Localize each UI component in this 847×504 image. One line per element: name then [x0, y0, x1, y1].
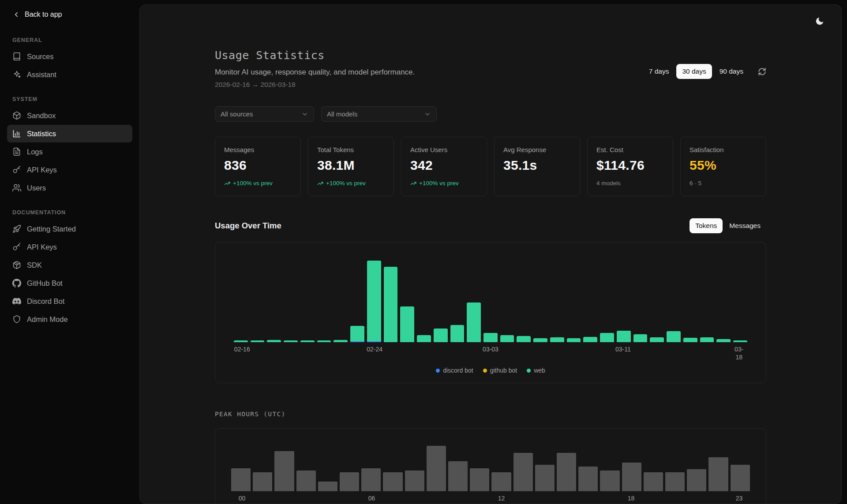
bar-03-08: [567, 338, 581, 342]
bar-14: [535, 465, 555, 491]
sidebar-item-statistics[interactable]: Statistics: [7, 125, 132, 142]
shield-icon: [12, 315, 21, 324]
bar-segment: [383, 472, 402, 491]
bar-segment: [417, 335, 431, 342]
range-30-days-button[interactable]: 30 days: [676, 64, 712, 79]
sandbox-icon: [12, 111, 21, 120]
bar-segment: [687, 469, 706, 491]
date-range: 2026-02-16 → 2026-03-18: [215, 81, 415, 89]
bar-02-24: [367, 261, 381, 342]
stat-label: Avg Response: [503, 146, 571, 153]
bar-20: [665, 472, 685, 491]
bar-segment: [550, 337, 564, 342]
bar-segment: [700, 337, 714, 342]
bar-segment: [683, 338, 697, 342]
bar-segment: [317, 340, 331, 342]
bar-segment: [533, 338, 547, 342]
section-label-general: GENERAL: [7, 37, 132, 43]
stat-label: Active Users: [410, 146, 478, 153]
stat-value: 38.1M: [317, 158, 385, 173]
chevron-down-icon: [301, 111, 308, 118]
stat-value: 35.1s: [503, 158, 571, 173]
bar-03-11: [617, 331, 631, 342]
bar-03-01: [450, 325, 465, 342]
bar-segment: [434, 329, 448, 342]
refresh-button[interactable]: [758, 67, 766, 76]
sources-icon: [12, 52, 21, 61]
sidebar-item-github-bot[interactable]: GitHub Bot: [7, 274, 132, 292]
sidebar-item-label: API Keys: [27, 166, 57, 174]
bar-03-05: [517, 336, 531, 342]
sidebar-item-assistant[interactable]: Assistant: [7, 66, 132, 83]
bar-12: [491, 472, 511, 491]
metric-toggle: Tokens Messages: [690, 218, 766, 233]
models-filter-select[interactable]: All models: [321, 106, 437, 122]
bar-05: [340, 472, 359, 491]
bar-segment: [300, 340, 315, 342]
sidebar-item-getting-started[interactable]: Getting Started: [7, 220, 132, 238]
bar-segment: [367, 261, 381, 341]
bar-02-18: [267, 340, 281, 342]
bar-01: [253, 472, 272, 491]
toggle-messages-button[interactable]: Messages: [723, 218, 766, 233]
sidebar-item-discord-bot[interactable]: Discord Bot: [7, 292, 132, 310]
stat-label: Total Tokens: [317, 146, 385, 153]
bar-segment: [491, 472, 511, 491]
legend-dot: [483, 369, 487, 373]
stat-value: 55%: [690, 158, 757, 173]
sidebar-item-sources[interactable]: Sources: [7, 48, 132, 65]
bar-segment: [400, 306, 414, 342]
bar-segment: [600, 333, 614, 342]
x-axis-tick: 03-11: [615, 346, 631, 354]
chevron-left-icon: [12, 11, 20, 19]
section-label-system: SYSTEM: [7, 96, 132, 102]
sidebar-item-label: Statistics: [27, 130, 56, 138]
sidebar-item-admin-mode[interactable]: Admin Mode: [7, 310, 132, 328]
sidebar-item-sdk[interactable]: SDK: [7, 256, 132, 274]
x-axis-tick: 02-24: [367, 346, 382, 354]
back-to-app-button[interactable]: Back to app: [7, 4, 132, 25]
peak-hours-chart: 0006121823: [215, 428, 766, 504]
statistics-icon: [12, 129, 21, 138]
sidebar-item-doc-api-keys[interactable]: API Keys: [7, 238, 132, 256]
filters-row: All sources All models: [215, 106, 766, 122]
bar-segment: [665, 472, 685, 491]
key-icon: [12, 165, 21, 174]
bar-segment: [284, 340, 298, 342]
bar-03-12: [633, 334, 648, 343]
range-7-days-button[interactable]: 7 days: [643, 64, 675, 79]
usage-section-title: Usage Over Time: [215, 221, 281, 231]
github-icon: [12, 279, 21, 287]
sidebar-item-logs[interactable]: Logs: [7, 143, 132, 161]
bar-segment: [716, 339, 731, 342]
bar-segment: [667, 331, 681, 342]
stat-label: Satisfaction: [690, 146, 757, 153]
sidebar-item-users[interactable]: Users: [7, 179, 132, 197]
bar-segment: [384, 267, 398, 342]
bar-segment: [274, 451, 294, 491]
sidebar-item-label: API Keys: [27, 243, 57, 251]
sidebar-item-label: Sources: [27, 52, 54, 61]
sidebar-item-sandbox[interactable]: Sandbox: [7, 107, 132, 124]
page-title: Usage Statistics: [215, 49, 415, 62]
theme-toggle-button[interactable]: [815, 16, 825, 26]
legend-item: github bot: [483, 367, 517, 374]
x-axis-tick: 03-03: [483, 346, 498, 354]
back-to-app-label: Back to app: [25, 11, 62, 19]
trend-up-icon: [317, 180, 323, 187]
bar-segment: [450, 325, 465, 342]
usage-chart-plot: [234, 254, 747, 342]
range-90-days-button[interactable]: 90 days: [714, 64, 749, 79]
usage-chart: 02-1602-2403-0303-1103-18 discord botgit…: [215, 242, 766, 383]
stat-delta: +100% vs prev: [410, 180, 478, 187]
bar-19: [644, 472, 663, 491]
sidebar-item-api-keys[interactable]: API Keys: [7, 161, 132, 179]
x-axis-tick: 03-18: [732, 346, 746, 361]
toggle-tokens-button[interactable]: Tokens: [690, 218, 723, 233]
bar-18: [622, 463, 641, 491]
bar-segment: [517, 336, 531, 342]
sources-filter-select[interactable]: All sources: [215, 106, 314, 122]
bar-segment: [231, 468, 251, 491]
bar-segment: [405, 470, 424, 491]
moon-icon: [815, 16, 825, 26]
